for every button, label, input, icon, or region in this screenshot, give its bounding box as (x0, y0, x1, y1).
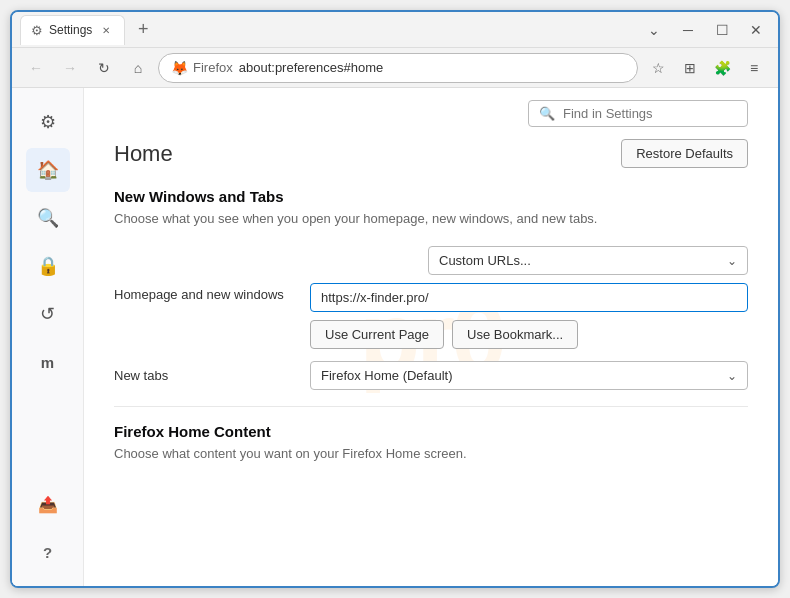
sidebar-item-search[interactable]: 🔍 (26, 196, 70, 240)
settings-inner: Home Restore Defaults New Windows and Ta… (84, 139, 778, 461)
homepage-controls: Use Current Page Use Bookmark... (310, 283, 748, 349)
sidebar: ⚙ 🏠 🔍 🔒 ↺ m 📤 ? (12, 88, 84, 586)
new-tab-button[interactable]: + (129, 16, 157, 44)
browser-window: ⚙ Settings ✕ + ⌄ ─ ☐ ✕ ← → ↻ ⌂ 🦊 Firefox… (10, 10, 780, 588)
new-tabs-controls: Firefox Home (Default) ⌄ (310, 361, 748, 390)
minimize-button[interactable]: ─ (674, 16, 702, 44)
forward-button[interactable]: → (56, 54, 84, 82)
new-tabs-chevron-icon: ⌄ (727, 369, 737, 383)
custom-urls-label: Custom URLs... (439, 253, 531, 268)
sidebar-item-help[interactable]: ? (26, 530, 70, 574)
chevron-down-button[interactable]: ⌄ (640, 16, 668, 44)
section-divider (114, 406, 748, 407)
address-url: about:preferences#home (239, 60, 625, 75)
sidebar-bottom: 📤 ? (26, 482, 70, 574)
new-tabs-dropdown[interactable]: Firefox Home (Default) ⌄ (310, 361, 748, 390)
new-tabs-row: New tabs Firefox Home (Default) ⌄ (114, 361, 748, 390)
address-bar[interactable]: 🦊 Firefox about:preferences#home (158, 53, 638, 83)
home-button[interactable]: ⌂ (124, 54, 152, 82)
home-content-desc: Choose what content you want on your Fir… (114, 446, 748, 461)
use-bookmark-button[interactable]: Use Bookmark... (452, 320, 578, 349)
back-button[interactable]: ← (22, 54, 50, 82)
search-bar: 🔍 (528, 100, 748, 127)
sidebar-item-settings[interactable]: ⚙ (26, 100, 70, 144)
sidebar-item-home[interactable]: 🏠 (26, 148, 70, 192)
tab-title: Settings (49, 23, 92, 37)
extension-button[interactable]: 🧩 (708, 54, 736, 82)
new-windows-section: New Windows and Tabs Choose what you see… (114, 188, 748, 226)
nav-icon-group: ☆ ⊞ 🧩 ≡ (644, 54, 768, 82)
sidebar-item-privacy[interactable]: 🔒 (26, 244, 70, 288)
sidebar-item-sync[interactable]: ↺ (26, 292, 70, 336)
title-bar: ⚙ Settings ✕ + ⌄ ─ ☐ ✕ (12, 12, 778, 48)
homepage-url-input[interactable] (310, 283, 748, 312)
close-button[interactable]: ✕ (742, 16, 770, 44)
content-area: ⚙ 🏠 🔍 🔒 ↺ m 📤 ? pr0 🔍 (12, 88, 778, 586)
search-magnifier-icon: 🔍 (539, 106, 555, 121)
sidebar-item-containers[interactable]: m (26, 340, 70, 384)
find-in-settings-input[interactable] (563, 106, 737, 121)
pocket-button[interactable]: ⊞ (676, 54, 704, 82)
maximize-button[interactable]: ☐ (708, 16, 736, 44)
home-content-section: Firefox Home Content Choose what content… (114, 423, 748, 461)
bookmark-star-button[interactable]: ☆ (644, 54, 672, 82)
search-bar-container: 🔍 (84, 88, 778, 139)
restore-defaults-button[interactable]: Restore Defaults (621, 139, 748, 168)
homepage-row: Homepage and new windows Use Current Pag… (114, 283, 748, 349)
homepage-btn-row: Use Current Page Use Bookmark... (310, 320, 748, 349)
page-title: Home (114, 141, 173, 167)
window-controls: ⌄ ─ ☐ ✕ (640, 16, 770, 44)
homepage-label: Homepage and new windows (114, 283, 294, 349)
new-windows-title: New Windows and Tabs (114, 188, 748, 205)
tab-settings-icon: ⚙ (31, 23, 43, 38)
page-title-row: Home Restore Defaults (114, 139, 748, 168)
custom-urls-dropdown[interactable]: Custom URLs... ⌄ (428, 246, 748, 275)
home-content-title: Firefox Home Content (114, 423, 748, 440)
use-current-page-button[interactable]: Use Current Page (310, 320, 444, 349)
firefox-logo-icon: 🦊 (171, 60, 187, 76)
sidebar-item-share[interactable]: 📤 (26, 482, 70, 526)
custom-urls-chevron-icon: ⌄ (727, 254, 737, 268)
new-windows-desc: Choose what you see when you open your h… (114, 211, 748, 226)
menu-button[interactable]: ≡ (740, 54, 768, 82)
active-tab[interactable]: ⚙ Settings ✕ (20, 15, 125, 45)
new-tabs-dropdown-label: Firefox Home (Default) (321, 368, 452, 383)
new-tabs-label: New tabs (114, 368, 294, 383)
nav-bar: ← → ↻ ⌂ 🦊 Firefox about:preferences#home… (12, 48, 778, 88)
custom-urls-dropdown-row: Custom URLs... ⌄ (114, 246, 748, 275)
address-brand: Firefox (193, 60, 233, 75)
refresh-button[interactable]: ↻ (90, 54, 118, 82)
settings-panel: pr0 🔍 Home Restore Defaults New Windows … (84, 88, 778, 586)
tab-close-button[interactable]: ✕ (98, 22, 114, 38)
